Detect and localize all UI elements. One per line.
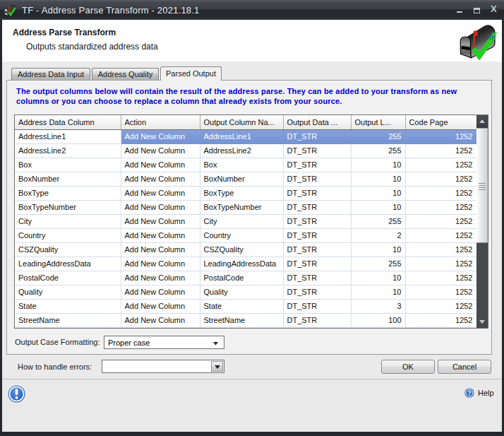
svg-text:?: ?: [467, 389, 471, 396]
